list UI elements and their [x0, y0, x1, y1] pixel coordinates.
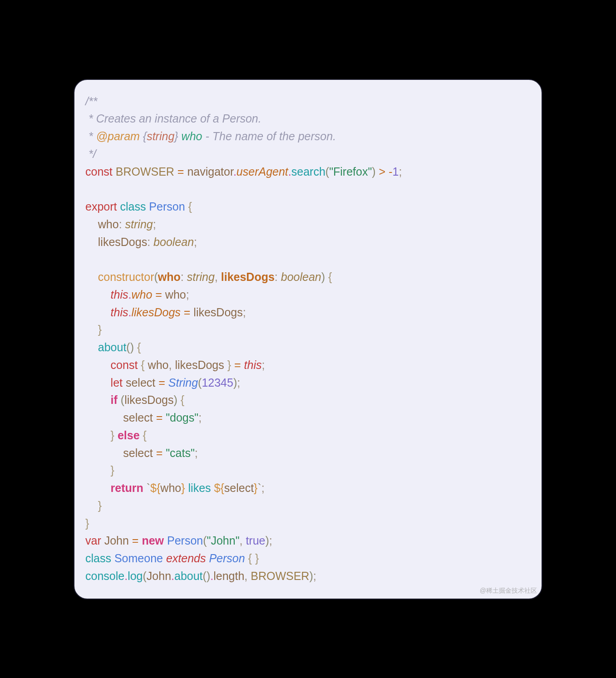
ident: select [126, 376, 155, 389]
op-eq: = [234, 359, 241, 371]
paren: ) [174, 393, 177, 406]
dot: . [171, 570, 174, 582]
kw-const: const [85, 165, 113, 178]
indent [85, 341, 98, 354]
kw-const: const [111, 359, 138, 371]
ident: select [123, 411, 153, 424]
ident-console: console [85, 570, 124, 582]
space [218, 270, 221, 283]
semicolon: ; [198, 411, 202, 424]
prop-name: likesDogs [131, 306, 180, 319]
jsdoc-type: string [147, 130, 174, 142]
kw-let: let [111, 376, 123, 389]
indent [85, 376, 111, 389]
space [113, 165, 116, 178]
jsdoc-tag: @param [96, 130, 140, 142]
space [163, 552, 166, 565]
paren: ( [203, 570, 207, 582]
space [164, 534, 167, 547]
const-name: BROWSER [251, 570, 309, 582]
paren: ( [325, 165, 329, 178]
op-eq: = [156, 447, 163, 459]
kw-class: class [120, 200, 146, 213]
paren: ) [130, 341, 134, 354]
ident: select [224, 481, 254, 494]
tmpl-open: ${ [214, 481, 224, 494]
indent [85, 323, 98, 336]
type-annotation: boolean [281, 270, 321, 283]
string-literal: "dogs" [166, 411, 198, 424]
brace: { [248, 552, 252, 565]
comment-close: */ [85, 147, 96, 160]
indent [85, 464, 111, 477]
dot: . [233, 165, 237, 178]
space [245, 552, 248, 565]
ident-string: String [168, 376, 198, 389]
op-eq: = [156, 411, 163, 424]
ident: likesDogs [175, 359, 224, 371]
ident: likesDogs [193, 306, 242, 319]
tmpl-open: ${ [150, 481, 160, 494]
indent [85, 481, 111, 494]
brace: { [188, 200, 192, 213]
semicolon: ; [261, 481, 265, 494]
indent [85, 218, 98, 231]
space [241, 359, 244, 371]
space [165, 376, 168, 389]
brace: } [98, 499, 102, 512]
brace: } [111, 464, 114, 477]
space [224, 359, 227, 371]
semicolon: ; [269, 534, 272, 547]
brace: } [255, 552, 259, 565]
paren: ( [154, 270, 158, 283]
ident: who [160, 481, 181, 494]
space [101, 534, 104, 547]
paren: ( [126, 341, 130, 354]
indent [85, 499, 98, 512]
op-eq: = [155, 288, 162, 301]
prop-name: who [131, 288, 152, 301]
paren: ) [309, 570, 313, 582]
space [118, 393, 121, 406]
kw-else: else [118, 429, 140, 442]
kw-var: var [85, 534, 101, 547]
space [140, 429, 143, 442]
space [153, 411, 156, 424]
space [143, 481, 147, 494]
ident: John [147, 570, 171, 582]
ident: likesDogs [124, 393, 173, 406]
semicolon: ; [399, 165, 402, 178]
prop-useragent: userAgent [237, 165, 288, 178]
colon: : [181, 270, 184, 283]
paren: ) [372, 165, 375, 178]
type-annotation: string [187, 270, 215, 283]
indent [85, 429, 111, 442]
comment-text: Creates an instance of a Person. [96, 112, 261, 125]
space [278, 270, 281, 283]
space [153, 447, 156, 459]
dot: . [288, 165, 291, 178]
tmpl-close: } [181, 481, 185, 494]
brace: { [181, 393, 184, 406]
class-name: Person [209, 552, 245, 565]
colon: : [275, 270, 278, 283]
jsdoc-brace: } [174, 130, 181, 142]
string-literal: "cats" [166, 447, 195, 459]
class-name: Someone [114, 552, 163, 565]
kw-return: return [111, 481, 143, 494]
code-block: /** * Creates an instance of a Person. *… [85, 93, 531, 585]
brace: } [111, 429, 114, 442]
brace: { [143, 429, 147, 442]
semicolon: ; [262, 359, 265, 371]
field-name: who [98, 218, 119, 231]
indent [85, 411, 123, 424]
comment-open: /** [85, 95, 97, 108]
comment-text: - The name of the person. [202, 130, 336, 142]
type-annotation: string [125, 218, 153, 231]
kw-class: class [85, 552, 111, 565]
tmpl-text: likes [185, 481, 214, 494]
indent [85, 447, 123, 459]
ident: who [165, 288, 186, 301]
space [184, 270, 187, 283]
colon: : [119, 218, 122, 231]
